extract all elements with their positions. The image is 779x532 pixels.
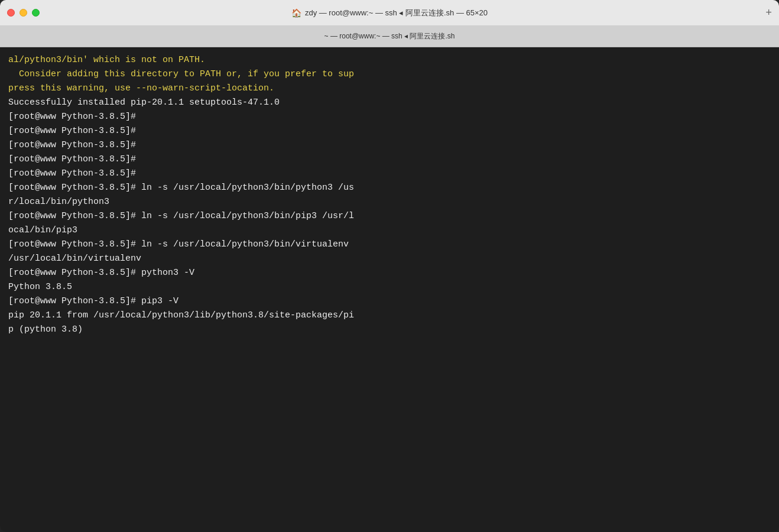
minimize-button[interactable]	[20, 9, 27, 17]
terminal-line: al/python3/bin' which is not on PATH.	[8, 53, 771, 67]
add-tab-button[interactable]: +	[765, 7, 772, 19]
terminal-line: [root@www Python-3.8.5]# python3 -V	[8, 266, 771, 280]
terminal-line: [root@www Python-3.8.5]# ln -s /usr/loca…	[8, 181, 771, 195]
terminal-line: Consider adding this directory to PATH o…	[8, 67, 771, 82]
terminal-line: /usr/local/bin/virtualenv	[8, 252, 771, 266]
terminal-line: r/local/bin/python3	[8, 195, 771, 209]
terminal-line: pip 20.1.1 from /usr/local/python3/lib/p…	[8, 309, 771, 323]
terminal-line: [root@www Python-3.8.5]# ln -s /usr/loca…	[8, 209, 771, 223]
terminal-line: [root@www Python-3.8.5]#	[8, 110, 771, 124]
tab-title: ~ — root@www:~ — ssh ◂ 阿里云连接.sh	[324, 31, 455, 41]
window-title: 🏠 zdy — root@www:~ — ssh ◂ 阿里云连接.sh — 65…	[291, 8, 488, 18]
terminal-line: [root@www Python-3.8.5]#	[8, 124, 771, 138]
terminal-line: press this warning, use --no-warn-script…	[8, 82, 771, 96]
terminal-line: Python 3.8.5	[8, 280, 771, 294]
terminal-line: Successfully installed pip-20.1.1 setupt…	[8, 96, 771, 110]
terminal-line: [root@www Python-3.8.5]#	[8, 138, 771, 153]
terminal-window: 🏠 zdy — root@www:~ — ssh ◂ 阿里云连接.sh — 65…	[0, 0, 779, 532]
terminal-line: [root@www Python-3.8.5]# ln -s /usr/loca…	[8, 238, 771, 252]
terminal-line: [root@www Python-3.8.5]#	[8, 167, 771, 181]
terminal-line: ocal/bin/pip3	[8, 223, 771, 238]
tab-bar: ~ — root@www:~ — ssh ◂ 阿里云连接.sh	[0, 26, 779, 47]
house-icon: 🏠	[291, 8, 301, 18]
title-bar: 🏠 zdy — root@www:~ — ssh ◂ 阿里云连接.sh — 65…	[0, 0, 779, 26]
terminal-line: [root@www Python-3.8.5]# pip3 -V	[8, 294, 771, 309]
maximize-button[interactable]	[32, 9, 40, 17]
title-text: zdy — root@www:~ — ssh ◂ 阿里云连接.sh — 65×2…	[305, 8, 488, 18]
close-button[interactable]	[7, 9, 15, 17]
terminal-content[interactable]: al/python3/bin' which is not on PATH. Co…	[0, 47, 779, 532]
traffic-lights	[7, 9, 40, 17]
active-tab[interactable]: ~ — root@www:~ — ssh ◂ 阿里云连接.sh	[324, 31, 455, 41]
terminal-line: p (python 3.8)	[8, 323, 771, 337]
terminal-line: [root@www Python-3.8.5]#	[8, 153, 771, 167]
